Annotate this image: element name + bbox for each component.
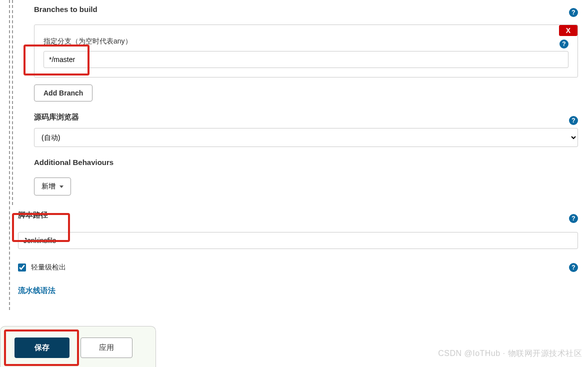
pipeline-syntax-link[interactable]: 流水线语法 (18, 286, 56, 296)
help-icon[interactable]: ? (560, 40, 568, 48)
script-path-input[interactable] (18, 232, 578, 249)
watermark: CSDN @IoTHub · 物联网开源技术社区 (438, 348, 582, 359)
footer-bar: 保存 应用 (0, 326, 156, 367)
chevron-down-icon (60, 186, 64, 188)
apply-button[interactable]: 应用 (80, 338, 132, 358)
branches-box: X 指定分支（为空时代表any） ? (34, 24, 578, 78)
branch-specifier-input[interactable] (44, 51, 568, 68)
branches-to-build-title: Branches to build (34, 5, 98, 14)
help-icon[interactable]: ? (569, 8, 578, 17)
add-behaviour-button[interactable]: 新增 (34, 178, 71, 196)
help-icon[interactable]: ? (569, 214, 578, 223)
lightweight-checkout-checkbox[interactable] (18, 264, 26, 272)
lightweight-checkout-label: 轻量级检出 (31, 263, 66, 272)
help-icon[interactable]: ? (569, 116, 578, 125)
repo-browser-select[interactable]: (自动) (34, 128, 578, 147)
add-behaviour-label: 新增 (42, 182, 56, 191)
branch-specifier-label: 指定分支（为空时代表any） (44, 37, 132, 46)
delete-branch-button[interactable]: X (559, 25, 578, 36)
save-button[interactable]: 保存 (14, 338, 70, 358)
repo-browser-title: 源码库浏览器 (34, 112, 79, 122)
add-branch-button[interactable]: Add Branch (34, 84, 92, 102)
script-path-title: 脚本路径 (18, 210, 48, 220)
additional-behaviours-title: Additional Behaviours (34, 158, 578, 166)
help-icon[interactable]: ? (569, 263, 578, 272)
